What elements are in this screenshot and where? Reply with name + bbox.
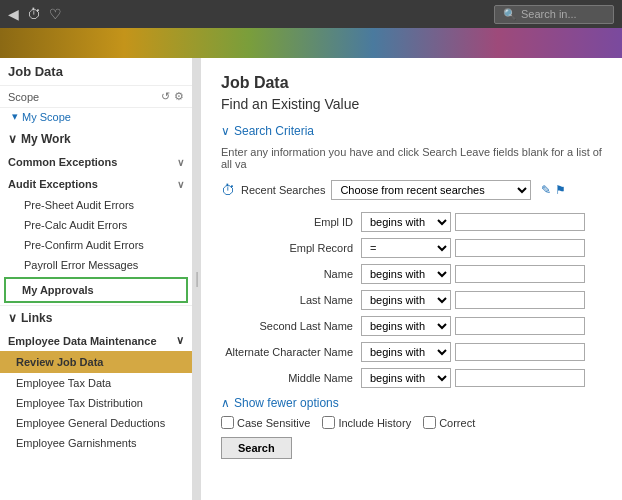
sidebar-title: Job Data <box>0 58 192 86</box>
last-name-label: Last Name <box>221 294 361 306</box>
empl-record-row: Empl Record =begins withcontains <box>221 238 602 258</box>
last-name-operator[interactable]: begins with=contains <box>361 290 451 310</box>
sidebar: Job Data Scope ↺ ⚙ ▾ My Scope ∨ My Work … <box>0 58 193 500</box>
bookmark-search-icon[interactable]: ⚑ <box>555 183 566 197</box>
recent-searches-select[interactable]: Choose from recent searches <box>331 180 531 200</box>
empl-id-input[interactable] <box>455 213 585 231</box>
history-icon[interactable]: ⏱ <box>27 6 41 22</box>
recent-clock-icon: ⏱ <box>221 182 235 198</box>
recent-searches-row: ⏱ Recent Searches Choose from recent sea… <box>221 180 602 200</box>
case-sensitive-label: Case Sensitive <box>237 417 310 429</box>
content-area: Job Data Find an Existing Value ∨ Search… <box>201 58 622 500</box>
favorite-icon[interactable]: ♡ <box>49 6 62 22</box>
name-row: Name begins with=contains <box>221 264 602 284</box>
audit-exceptions-chevron: ∨ <box>177 179 184 190</box>
audit-exceptions-header[interactable]: Audit Exceptions ∨ <box>0 173 192 195</box>
recent-actions: ✎ ⚑ <box>541 183 566 197</box>
include-history-label: Include History <box>338 417 411 429</box>
alternate-char-input[interactable] <box>455 343 585 361</box>
last-name-row: Last Name begins with=contains <box>221 290 602 310</box>
name-input[interactable] <box>455 265 585 283</box>
empl-record-input[interactable] <box>455 239 585 257</box>
pre-confirm-audit[interactable]: Pre-Confirm Audit Errors <box>0 235 192 255</box>
second-last-name-operator[interactable]: begins with=contains <box>361 316 451 336</box>
edit-search-icon[interactable]: ✎ <box>541 183 551 197</box>
scope-section: Scope ↺ ⚙ <box>0 86 192 108</box>
my-work-label: My Work <box>21 132 71 146</box>
show-options-label: Show fewer options <box>234 396 339 410</box>
case-sensitive-checkbox[interactable]: Case Sensitive <box>221 416 310 429</box>
employee-garnishments-item[interactable]: Employee Garnishments <box>0 433 192 453</box>
correct-checkbox[interactable]: Correct <box>423 416 475 429</box>
empl-id-operator[interactable]: begins with=contains <box>361 212 451 232</box>
refresh-icon[interactable]: ↺ <box>161 90 170 103</box>
main-layout: Job Data Scope ↺ ⚙ ▾ My Scope ∨ My Work … <box>0 58 622 500</box>
common-exceptions-header[interactable]: Common Exceptions ∨ <box>0 151 192 173</box>
page-title: Job Data <box>221 74 602 92</box>
alternate-char-row: Alternate Character Name begins with=con… <box>221 342 602 362</box>
name-label: Name <box>221 268 361 280</box>
empl-record-operator[interactable]: =begins withcontains <box>361 238 451 258</box>
my-work-chevron: ∨ <box>8 132 17 146</box>
middle-name-operator[interactable]: begins with=contains <box>361 368 451 388</box>
top-bar-right: 🔍 Search in... <box>494 5 614 24</box>
middle-name-input[interactable] <box>455 369 585 387</box>
links-chevron: ∨ <box>8 311 17 325</box>
pre-calc-audit[interactable]: Pre-Calc Audit Errors <box>0 215 192 235</box>
top-bar: ◀ ⏱ ♡ 🔍 Search in... <box>0 0 622 28</box>
criteria-desc: Enter any information you have and click… <box>221 146 602 170</box>
search-icon: 🔍 <box>503 8 517 21</box>
review-job-data-item[interactable]: Review Job Data <box>0 351 192 373</box>
search-button[interactable]: Search <box>221 437 292 459</box>
alternate-char-label: Alternate Character Name <box>221 346 361 358</box>
include-history-checkbox[interactable]: Include History <box>322 416 411 429</box>
case-sensitive-input[interactable] <box>221 416 234 429</box>
my-approvals-item[interactable]: My Approvals <box>4 277 188 303</box>
second-last-name-label: Second Last Name <box>221 320 361 332</box>
global-search-box[interactable]: 🔍 Search in... <box>494 5 614 24</box>
show-options-chevron: ∧ <box>221 396 230 410</box>
last-name-input[interactable] <box>455 291 585 309</box>
search-placeholder: Search in... <box>521 8 577 20</box>
correct-label: Correct <box>439 417 475 429</box>
empl-record-label: Empl Record <box>221 242 361 254</box>
common-exceptions-chevron: ∨ <box>177 157 184 168</box>
top-bar-left: ◀ ⏱ ♡ <box>8 6 62 22</box>
links-header[interactable]: ∨ Links <box>0 306 192 330</box>
show-options-toggle[interactable]: ∧ Show fewer options <box>221 396 602 410</box>
include-history-input[interactable] <box>322 416 335 429</box>
search-criteria-header[interactable]: ∨ Search Criteria <box>221 124 602 138</box>
my-scope-label: My Scope <box>22 111 71 123</box>
links-label: Links <box>21 311 52 325</box>
emp-data-chevron: ∨ <box>176 334 184 347</box>
employee-tax-distribution-item[interactable]: Employee Tax Distribution <box>0 393 192 413</box>
employee-tax-data-item[interactable]: Employee Tax Data <box>0 373 192 393</box>
middle-name-label: Middle Name <box>221 372 361 384</box>
alternate-char-operator[interactable]: begins with=contains <box>361 342 451 362</box>
banner <box>0 28 622 58</box>
back-icon[interactable]: ◀ <box>8 6 19 22</box>
scope-link[interactable]: ▾ My Scope <box>0 108 192 127</box>
payroll-error[interactable]: Payroll Error Messages <box>0 255 192 275</box>
employee-data-maintenance-label: Employee Data Maintenance <box>8 335 157 347</box>
employee-general-deductions-item[interactable]: Employee General Deductions <box>0 413 192 433</box>
audit-exceptions-label: Audit Exceptions <box>8 178 98 190</box>
second-last-name-input[interactable] <box>455 317 585 335</box>
page-subtitle: Find an Existing Value <box>221 96 602 112</box>
scope-icons: ↺ ⚙ <box>161 90 184 103</box>
common-exceptions-label: Common Exceptions <box>8 156 117 168</box>
search-criteria-chevron: ∨ <box>221 124 230 138</box>
empl-id-row: Empl ID begins with=contains <box>221 212 602 232</box>
checkboxes-row: Case Sensitive Include History Correct <box>221 416 602 429</box>
settings-icon[interactable]: ⚙ <box>174 90 184 103</box>
action-buttons: Search <box>221 437 602 459</box>
empl-id-label: Empl ID <box>221 216 361 228</box>
sidebar-divider[interactable] <box>193 58 201 500</box>
my-work-header[interactable]: ∨ My Work <box>0 127 192 151</box>
correct-input[interactable] <box>423 416 436 429</box>
name-operator[interactable]: begins with=contains <box>361 264 451 284</box>
search-criteria-label: Search Criteria <box>234 124 314 138</box>
pre-sheet-audit[interactable]: Pre-Sheet Audit Errors <box>0 195 192 215</box>
second-last-name-row: Second Last Name begins with=contains <box>221 316 602 336</box>
middle-name-row: Middle Name begins with=contains <box>221 368 602 388</box>
